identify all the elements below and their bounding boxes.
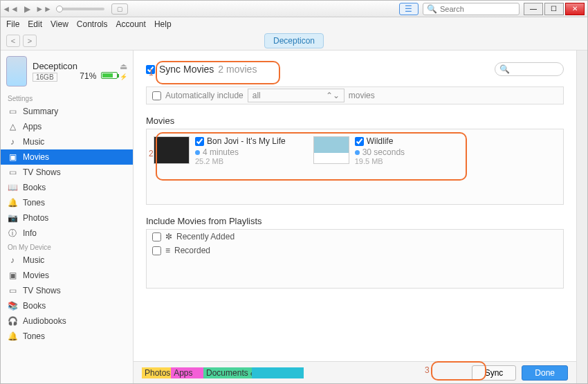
nav-bar: < > Decepticon	[1, 31, 587, 51]
sidebar-device-movies[interactable]: ▣Movies	[1, 268, 133, 283]
auto-include-checkbox[interactable]	[152, 91, 161, 100]
sync-movies-checkbox[interactable]	[146, 65, 155, 74]
photos-icon: 📷	[8, 213, 17, 223]
sidebar-device-books[interactable]: 📚Books	[1, 298, 133, 313]
airplay-button[interactable]: ▢	[111, 3, 128, 15]
audiobooks-icon: 🎧	[8, 316, 17, 326]
sidebar-item-label: Books	[23, 301, 46, 311]
sidebar-item-photos[interactable]: 📷Photos	[1, 210, 133, 226]
minimize-button[interactable]: —	[524, 3, 543, 15]
sidebar-item-movies[interactable]: ▣Movies	[1, 149, 133, 165]
movies-icon: ▣	[8, 152, 17, 162]
footer-bar: Photos Apps Documents & Data Sync Done	[134, 361, 576, 383]
device-block: Decepticon 16GB ⏏ 71% ⚡	[1, 51, 133, 92]
volume-slider[interactable]	[56, 8, 104, 10]
sidebar-item-label: Summary	[23, 107, 58, 116]
playlist-row[interactable]: ≡ Recorded	[147, 244, 563, 257]
storage-bar: Photos Apps Documents & Data	[142, 367, 304, 378]
movie-size: 19.5 MB	[355, 157, 405, 165]
close-button[interactable]: ✕	[565, 3, 585, 15]
storage-docs: Documents & Data	[203, 367, 252, 378]
search-input[interactable]	[440, 5, 509, 13]
storage-free	[252, 367, 304, 378]
menu-edit[interactable]: Edit	[28, 19, 42, 29]
music-icon: ♪	[8, 255, 17, 265]
menu-view[interactable]: View	[50, 19, 68, 29]
menu-controls[interactable]: Controls	[77, 19, 108, 29]
next-button[interactable]: ►►	[37, 3, 50, 15]
sidebar-device-music[interactable]: ♪Music	[1, 253, 133, 268]
sidebar-item-tvshows[interactable]: ▭TV Shows	[1, 165, 133, 180]
maximize-button[interactable]: ☐	[544, 3, 564, 15]
device-capacity: 16GB	[33, 73, 57, 82]
sidebar-item-tones[interactable]: 🔔Tones	[1, 195, 133, 210]
list-icon: ≡	[165, 246, 170, 255]
content-search[interactable]: 🔍	[495, 62, 564, 76]
movie-checkbox[interactable]	[195, 137, 204, 146]
sidebar-item-label: TV Shows	[23, 286, 61, 295]
movies-list: Bon Jovi - It's My Life 4 minutes 25.2 M…	[146, 129, 564, 205]
sync-movies-row: Sync Movies 2 movies 🔍	[146, 59, 564, 80]
menu-account[interactable]: Account	[116, 19, 146, 29]
playlist-label: Recorded	[174, 246, 210, 255]
list-view-button[interactable]: ☰	[399, 3, 419, 15]
storage-apps: Apps	[171, 367, 203, 378]
sidebar-device-tones[interactable]: 🔔Tones	[1, 329, 133, 344]
back-button[interactable]: <	[6, 35, 20, 47]
menu-file[interactable]: File	[6, 19, 19, 29]
apps-icon: △	[8, 122, 17, 131]
battery-percent: 71%	[80, 71, 96, 81]
device-name: Decepticon	[33, 61, 80, 71]
sidebar-item-label: Info	[23, 228, 37, 238]
done-button[interactable]: Done	[522, 365, 568, 381]
movie-thumbnail	[154, 136, 190, 164]
sync-movies-label: Sync Movies	[159, 64, 214, 75]
previous-button[interactable]: ◄◄	[3, 3, 17, 15]
movie-item[interactable]: Bon Jovi - It's My Life 4 minutes 25.2 M…	[154, 136, 286, 197]
search-field[interactable]: 🔍	[423, 3, 520, 15]
titlebar: ◄◄ ▶ ►► ▢ ☰ 🔍 — ☐ ✕	[1, 1, 587, 17]
sidebar: Decepticon 16GB ⏏ 71% ⚡ Settings ▭Summar…	[1, 51, 134, 383]
sidebar-item-label: Movies	[23, 271, 49, 280]
new-dot-icon	[195, 150, 200, 155]
auto-include-select[interactable]: all ⌃⌄	[248, 89, 344, 102]
auto-include-label: Automatically include	[165, 91, 244, 100]
auto-include-suffix: movies	[349, 91, 375, 100]
sidebar-item-music[interactable]: ♪Music	[1, 134, 133, 149]
sidebar-device-audiobooks[interactable]: 🎧Audiobooks	[1, 313, 133, 329]
sidebar-device-tvshows[interactable]: ▭TV Shows	[1, 283, 133, 298]
eject-icon[interactable]: ⏏	[80, 62, 127, 71]
device-tab[interactable]: Decepticon	[264, 33, 324, 48]
battery-icon	[101, 72, 118, 79]
search-icon: 🔍	[427, 4, 437, 14]
sidebar-item-label: Audiobooks	[23, 316, 66, 326]
menu-help[interactable]: Help	[154, 19, 172, 29]
movie-thumbnail	[313, 136, 349, 164]
sidebar-item-label: Movies	[23, 152, 49, 162]
summary-icon: ▭	[8, 107, 17, 116]
sidebar-item-info[interactable]: ⓘInfo	[1, 226, 133, 241]
movie-checkbox[interactable]	[355, 137, 364, 146]
movies-icon: ▣	[8, 271, 17, 280]
sync-button[interactable]: Sync	[472, 365, 517, 381]
sidebar-item-label: Photos	[23, 213, 48, 223]
sidebar-item-apps[interactable]: △Apps	[1, 119, 133, 134]
sidebar-header-settings: Settings	[1, 92, 133, 104]
sidebar-item-summary[interactable]: ▭Summary	[1, 104, 133, 119]
forward-button[interactable]: >	[23, 35, 37, 47]
movie-item[interactable]: Wildlife 30 seconds 19.5 MB	[313, 136, 405, 197]
sidebar-item-label: Apps	[23, 122, 42, 131]
playlist-label: Recently Added	[176, 232, 235, 241]
tones-icon: 🔔	[8, 198, 17, 208]
playlist-row[interactable]: ✼ Recently Added	[147, 230, 563, 244]
playlist-checkbox[interactable]	[152, 232, 161, 241]
chevron-updown-icon: ⌃⌄	[326, 91, 340, 100]
playlist-checkbox[interactable]	[152, 246, 161, 255]
sidebar-item-books[interactable]: 📖Books	[1, 180, 133, 195]
movie-title: Wildlife	[367, 136, 394, 146]
play-button[interactable]: ▶	[20, 3, 34, 15]
movie-size: 25.2 MB	[195, 157, 286, 165]
scrollbar[interactable]	[576, 51, 587, 383]
new-dot-icon	[355, 150, 360, 155]
sync-movies-count: 2 movies	[218, 64, 257, 75]
